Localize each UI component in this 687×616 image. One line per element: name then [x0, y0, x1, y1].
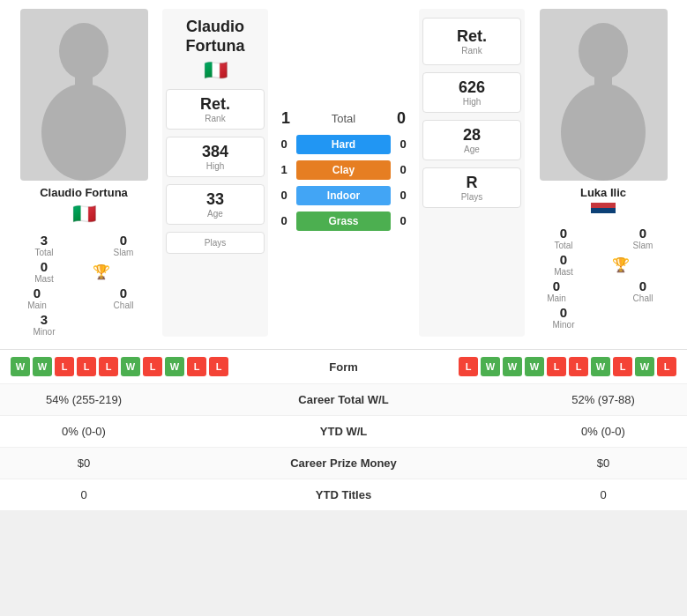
hard-score-right: 0: [394, 137, 412, 151]
player1-chall-label: Chall: [114, 301, 134, 310]
svg-rect-5: [594, 72, 612, 90]
form-badge-p2: L: [613, 357, 632, 376]
player1-plays-label: Plays: [170, 238, 260, 248]
player2-high-value: 626: [427, 78, 517, 97]
player1-main-label: Main: [27, 301, 47, 310]
player1-card: Claudio Fortuna 🇮🇹 3 Total 0 Slam 0 Mast…: [9, 9, 159, 337]
form-badge-p1: W: [33, 357, 52, 376]
form-badge-p1: L: [187, 357, 206, 376]
hard-row: 0 Hard 0: [275, 135, 412, 154]
center-comparison: 1 Total 0 0 Hard 0 1 Clay 0 0 Indoor: [272, 9, 415, 337]
player2-main-value: 0: [553, 278, 560, 293]
ytd-titles-left: 0: [18, 488, 150, 501]
player1-slam-value: 0: [120, 233, 127, 248]
player2-plays-label: Plays: [427, 192, 517, 202]
career-wl-left: 54% (255-219): [18, 393, 150, 406]
ytd-titles-label: YTD Titles: [150, 488, 537, 501]
player2-mast-value: 0: [560, 252, 567, 267]
total-row: 1 Total 0: [275, 109, 412, 128]
player1-rank-sublabel: Rank: [170, 114, 260, 123]
player2-rank-block: Ret. Rank: [422, 18, 521, 65]
player2-main-label: Main: [547, 293, 566, 303]
player2-card: Luka Ilic 0 Total 0 Slam: [528, 9, 678, 337]
player1-minor-label: Minor: [33, 327, 55, 337]
form-label: Form: [228, 360, 459, 374]
form-badge-p2: W: [591, 357, 610, 376]
form-badge-p1: L: [77, 357, 96, 376]
grass-row: 0 Grass 0: [275, 212, 412, 231]
career-wl-row: 54% (255-219) Career Total W/L 52% (97-8…: [0, 384, 687, 416]
player2-total-label: Total: [554, 241, 572, 250]
total-score-left: 1: [275, 109, 296, 128]
form-badge-p1: L: [55, 357, 74, 376]
player2-mast-label: Mast: [554, 267, 573, 277]
player2-avatar: [540, 9, 668, 181]
player2-total-block: 0 Total: [528, 226, 599, 250]
player1-high-block: 384 High: [166, 137, 265, 177]
total-score-right: 0: [391, 109, 412, 128]
player1-form-badges: WWLLLWLWLL: [11, 357, 228, 376]
form-badge-p2: L: [569, 357, 588, 376]
prize-money-left: $0: [18, 456, 150, 470]
form-badge-p1: L: [99, 357, 118, 376]
player2-total-value: 0: [560, 226, 567, 241]
player2-high-label: High: [427, 97, 517, 107]
form-badge-p1: L: [143, 357, 162, 376]
ytd-wl-right: 0% (0-0): [537, 425, 669, 438]
player2-minor-label: Minor: [552, 320, 574, 330]
player1-avatar: [20, 9, 148, 181]
player2-flag: [591, 203, 616, 219]
indoor-btn: Indoor: [296, 186, 391, 205]
clay-row: 1 Clay 0: [275, 160, 412, 180]
form-row: WWLLLWLWLL Form LWWWLLWLWL: [0, 350, 687, 384]
form-badge-p2: W: [503, 357, 522, 376]
form-badge-p2: W: [525, 357, 544, 376]
ytd-titles-row: 0 YTD Titles 0: [0, 479, 687, 511]
player2-flag-container: [591, 203, 616, 219]
player1-total-value: 3: [41, 233, 48, 248]
indoor-row: 0 Indoor 0: [275, 186, 412, 205]
trophy-icon-right: 🏆: [608, 252, 634, 277]
player2-form-badges: LWWWLLWLWL: [459, 357, 676, 376]
indoor-score-left: 0: [275, 189, 293, 202]
player2-minor-block: 0 Minor: [528, 305, 599, 330]
indoor-score-right: 0: [394, 189, 412, 202]
player1-mast-block: 0 Mast: [9, 259, 79, 284]
grass-score-left: 0: [275, 214, 293, 227]
player1-main-value: 0: [34, 286, 41, 301]
grass-score-right: 0: [394, 214, 412, 227]
player1-mast-label: Mast: [34, 274, 54, 284]
svg-point-4: [561, 84, 646, 181]
hard-score-left: 0: [275, 137, 293, 151]
grass-btn: Grass: [296, 212, 391, 231]
ytd-wl-label: YTD W/L: [150, 425, 537, 438]
player2-main-block: 0 Main: [514, 278, 599, 303]
total-label: Total: [296, 112, 391, 125]
form-badge-p1: W: [165, 357, 184, 376]
player2-rank-sublabel: Rank: [427, 46, 517, 56]
ytd-wl-left: 0% (0-0): [18, 425, 150, 438]
player2-age-label: Age: [427, 145, 517, 154]
prize-money-row: $0 Career Prize Money $0: [0, 448, 687, 479]
form-badge-p2: L: [657, 357, 676, 376]
clay-score-left: 1: [275, 163, 293, 176]
player2-minor-value: 0: [560, 305, 567, 320]
form-badge-p2: W: [635, 357, 654, 376]
player1-name: Claudio Fortuna: [40, 186, 128, 199]
svg-rect-8: [591, 213, 616, 219]
player2-plays-block: R Plays: [422, 167, 521, 208]
player1-mast-value: 0: [41, 259, 48, 274]
player2-slam-value: 0: [639, 226, 646, 241]
player2-rank-value: Ret.: [427, 27, 517, 46]
svg-point-1: [41, 84, 126, 181]
player1-main-block: 0 Main: [0, 286, 79, 310]
form-badge-p1: W: [11, 357, 30, 376]
player1-flag2: 🇮🇹: [204, 59, 228, 82]
player1-chall-value: 0: [120, 286, 127, 301]
career-wl-right: 52% (97-88): [537, 393, 669, 406]
player2-stats: 0 Total 0 Slam 0 Mast 🏆 0 Main: [528, 226, 678, 330]
player1-high-label: High: [170, 161, 260, 171]
player1-slam-block: 0 Slam: [88, 233, 159, 257]
player2-slam-label: Slam: [633, 241, 653, 250]
player2-chall-value: 0: [639, 278, 646, 293]
